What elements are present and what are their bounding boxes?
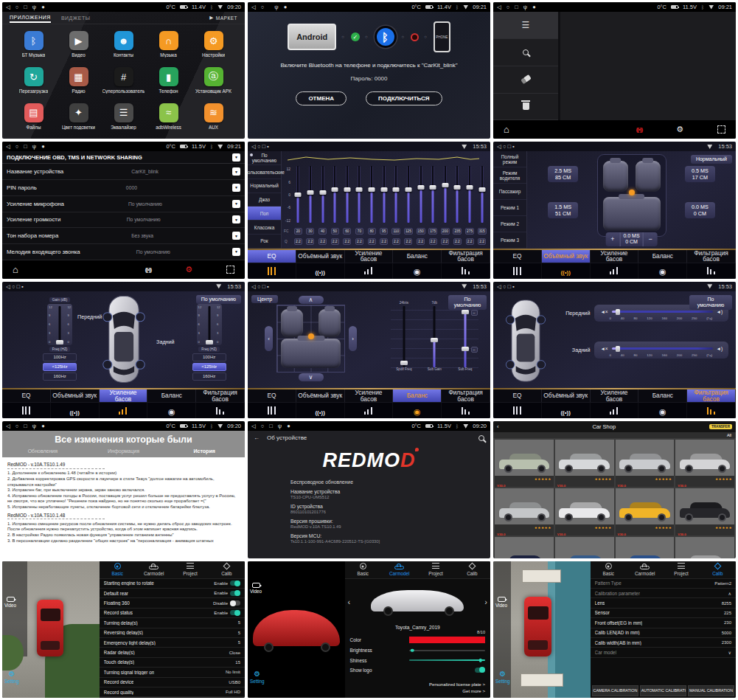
market-button[interactable]: ▶ МАРКЕТ <box>209 15 237 21</box>
eq-band[interactable] <box>464 166 476 222</box>
balance-left-button[interactable]: ‹ <box>265 326 273 351</box>
nav-recents-icon[interactable]: □ <box>24 423 27 429</box>
back-arrow-icon[interactable]: ← <box>254 434 260 441</box>
balance-right-button[interactable]: › <box>349 326 357 351</box>
mute-icon[interactable]: ◄× <box>600 346 608 351</box>
settings-row[interactable]: Мелодия входящего звонка По умолчанию ▼ <box>2 244 245 260</box>
eq-band-knob[interactable] <box>369 187 375 192</box>
filter-knob[interactable] <box>616 309 620 315</box>
nav-back-icon[interactable]: ◁ <box>251 143 256 150</box>
listening-mode[interactable]: Полный режим <box>493 151 526 167</box>
toggle-switch[interactable] <box>475 668 485 673</box>
audio-tab-icon-slot[interactable] <box>591 403 639 418</box>
eq-band[interactable] <box>316 166 329 222</box>
get-more-link[interactable]: Get more > <box>350 687 485 695</box>
settings-row[interactable]: Turning signal trigger on No limit <box>100 668 245 677</box>
eq-band-knob[interactable] <box>393 187 400 192</box>
changelog-tab[interactable]: История <box>164 448 245 454</box>
minus-chip[interactable]: − <box>471 310 478 316</box>
sub-gain-slider[interactable]: 7db Sub Gain <box>422 301 448 377</box>
app-shortcut[interactable]: ↻ Перезагрузка <box>11 63 56 99</box>
speaker-icon[interactable]: ◄) <box>717 346 723 351</box>
nav-recents-icon[interactable]: □ <box>262 143 266 150</box>
settings-row[interactable]: Front offset(EG in mm) 230 <box>591 618 736 628</box>
audio-tab-icon-slot[interactable] <box>345 403 394 418</box>
eq-band-knob[interactable] <box>295 193 302 197</box>
eq-band[interactable] <box>390 166 403 222</box>
eq-preset[interactable]: По умолчанию <box>248 151 281 165</box>
nav-back-icon[interactable]: ◁ <box>6 4 10 10</box>
color-swatch[interactable] <box>409 637 485 643</box>
settings-row[interactable]: Усиление громкости По умолчанию ▼ <box>2 212 245 229</box>
nav-back-icon[interactable]: ◁ <box>251 4 256 10</box>
settings-tab[interactable]: Project <box>172 561 208 578</box>
audio-tab-icon-slot[interactable] <box>393 263 442 279</box>
car-model-card[interactable] <box>616 537 675 558</box>
nav-home-icon[interactable]: ○ <box>15 4 19 10</box>
fader-up-button[interactable]: ∧ <box>299 296 324 304</box>
app-shortcut[interactable]: ▦ Радио <box>56 63 101 99</box>
settings-tab[interactable]: Project <box>663 561 699 578</box>
audio-tab-icon-slot[interactable] <box>687 263 736 279</box>
audio-tab[interactable]: Фильтрация басов <box>687 250 736 263</box>
audio-tab[interactable]: Баланс <box>147 389 196 402</box>
delay-rear-left[interactable]: 1.5 MS51 CM <box>548 202 578 218</box>
screenshot-frame-icon[interactable] <box>226 266 234 274</box>
nav-recents-icon[interactable]: □ <box>508 283 512 290</box>
car-model-card[interactable] <box>555 537 614 558</box>
settings-tab[interactable]: Basic <box>345 561 381 578</box>
gear-icon[interactable]: ⚙ <box>676 125 683 134</box>
settings-row[interactable]: Default rear Enable <box>100 589 245 598</box>
eq-band[interactable] <box>304 166 317 222</box>
settings-tab[interactable]: Basic <box>100 561 136 578</box>
eq-preset[interactable]: Пользовательские <box>248 165 281 179</box>
settings-row[interactable]: Тон набора номера Без звука ▼ <box>2 228 245 244</box>
audio-tab[interactable]: Баланс <box>638 389 687 402</box>
eq-band[interactable] <box>414 166 427 222</box>
settings-row[interactable]: Lens 8255 <box>591 598 736 608</box>
nav-home-icon[interactable]: ○ <box>15 143 19 150</box>
nav-recents-icon[interactable]: □ <box>515 4 518 10</box>
spdif-freq-slider[interactable]: 24bits Spdif Freq <box>391 301 417 377</box>
nav-recents-icon[interactable]: □ <box>24 143 27 150</box>
eq-band-knob[interactable] <box>356 187 363 192</box>
setting-button[interactable]: ⚙ Setting <box>495 670 510 684</box>
speaker-icon[interactable]: ◄) <box>717 309 723 314</box>
audio-tab[interactable]: Усиление басов <box>100 389 148 402</box>
audio-tab-icon-slot[interactable] <box>248 403 296 418</box>
dropdown-icon[interactable]: ▼ <box>232 153 240 162</box>
nav-back-icon[interactable]: ◁ <box>251 423 256 429</box>
nav-home-icon[interactable]: ○ <box>257 283 261 290</box>
nav-back-icon[interactable]: ◁ <box>497 4 501 10</box>
audio-tab-icon-slot[interactable] <box>296 403 345 418</box>
center-button[interactable]: Центр <box>251 295 278 303</box>
audio-tab[interactable]: Объёмный звук <box>296 389 345 402</box>
audio-tab-icon-slot[interactable] <box>638 403 687 418</box>
mute-icon[interactable]: ◄× <box>600 309 608 314</box>
sidebar-item-search[interactable] <box>493 39 558 66</box>
slider-knob-low[interactable] <box>462 347 469 351</box>
app-shortcut[interactable]: ⓐ Установщик APK <box>191 63 236 99</box>
sub-freq-slider[interactable]: − − Sub Freq <box>452 301 478 377</box>
app-shortcut[interactable]: # Суперпользователь <box>101 63 146 99</box>
changelog-tab[interactable]: Обновления <box>2 448 83 454</box>
sidebar-item-clear[interactable] <box>493 66 558 94</box>
nav-home-icon[interactable]: ○ <box>12 283 15 290</box>
freq-option[interactable]: 160Hz <box>192 372 226 381</box>
toggle-switch[interactable] <box>230 591 240 596</box>
nav-home-icon[interactable]: ○ <box>503 283 506 290</box>
eq-band[interactable] <box>353 166 366 222</box>
antenna-icon[interactable]: ((•)) <box>636 126 642 133</box>
audio-tab-icon-slot[interactable] <box>296 263 345 279</box>
settings-row[interactable]: Pattern Type Pattern2 <box>591 579 736 589</box>
audio-tab-icon-slot[interactable] <box>542 403 591 418</box>
audio-tab[interactable]: EQ <box>248 250 296 263</box>
audio-tab[interactable]: Баланс <box>638 250 687 263</box>
settings-row[interactable]: Calibration parameter ∧ <box>591 589 736 598</box>
car-model-card[interactable]: V30.0 ★★★★★ Audi_A8L_2018 <box>495 488 554 536</box>
nav-back-icon[interactable]: ◁ <box>497 143 501 150</box>
car-model-card[interactable]: V30.0 ★★★★★ Audi_A6_2018 <box>616 440 675 487</box>
audio-tab[interactable]: Фильтрация басов <box>687 389 736 402</box>
toggle-switch[interactable] <box>230 581 240 586</box>
dropdown-icon[interactable]: ▼ <box>232 200 240 208</box>
